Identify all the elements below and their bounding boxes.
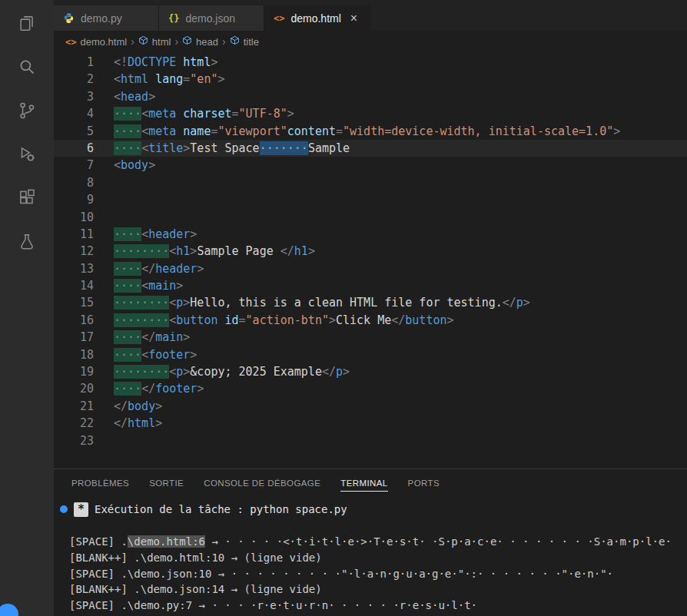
- html-file-icon: <>: [274, 13, 284, 24]
- code-line[interactable]: 19········<p>&copy; 2025 Example</p>: [54, 363, 687, 380]
- code-line[interactable]: 16········<button id="action-btn">Click …: [54, 312, 687, 329]
- terminal-line[interactable]: [SPACE] .\demo.json:10 → · · · · · · · ·…: [60, 566, 687, 582]
- line-number[interactable]: 17: [54, 329, 94, 346]
- code-text: <body>: [114, 157, 155, 174]
- code-line[interactable]: 23: [54, 432, 687, 449]
- line-number[interactable]: 7: [54, 157, 94, 174]
- code-line[interactable]: 9: [54, 191, 687, 208]
- code-text: <html lang="en">: [114, 71, 225, 88]
- close-icon[interactable]: ×: [347, 12, 360, 25]
- files-icon[interactable]: [8, 5, 45, 41]
- search-icon[interactable]: [8, 48, 45, 85]
- command-decoration-icon[interactable]: [60, 505, 68, 513]
- line-number[interactable]: 3: [54, 88, 94, 105]
- panel-tab-sortie[interactable]: SORTIE: [149, 475, 184, 492]
- python-file-icon: [63, 12, 75, 24]
- code-line[interactable]: 18····<footer>: [54, 346, 687, 363]
- breadcrumb-label: title: [244, 36, 259, 48]
- code-text: ····</footer>: [114, 380, 204, 397]
- line-number[interactable]: 11: [54, 226, 94, 243]
- source-control-icon[interactable]: [8, 92, 45, 129]
- tab-label: demo.py: [81, 12, 122, 25]
- line-number[interactable]: 9: [54, 191, 94, 208]
- code-line[interactable]: 17····</main>: [54, 329, 687, 346]
- code-line[interactable]: 15········<p>Hello, this is a clean HTML…: [54, 294, 687, 311]
- code-line[interactable]: 6····<title>Test Space·······Sample: [54, 140, 687, 157]
- line-number[interactable]: 6: [54, 140, 94, 157]
- notification-dot[interactable]: [0, 604, 18, 616]
- breadcrumb: <>demo.html›html›head›title: [54, 31, 687, 52]
- line-number[interactable]: 10: [54, 209, 94, 226]
- terminal[interactable]: * Exécution de la tâche : python space.p…: [54, 497, 687, 616]
- breadcrumb-item-head[interactable]: head: [182, 35, 218, 48]
- line-number[interactable]: 15: [54, 294, 94, 311]
- code-line[interactable]: 2<html lang="en">: [54, 71, 687, 88]
- terminal-selection: \demo.html:6: [128, 535, 205, 548]
- line-number[interactable]: 19: [54, 363, 94, 380]
- extensions-icon[interactable]: [8, 180, 45, 217]
- code-line[interactable]: 10: [54, 209, 687, 226]
- run-debug-icon[interactable]: [8, 136, 45, 173]
- code-text: ····</header>: [114, 260, 204, 277]
- panel-tab-terminal[interactable]: TERMINAL: [340, 475, 387, 492]
- terminal-line[interactable]: [BLANK++] .\demo.html:10 → (ligne vide): [60, 550, 687, 566]
- line-number[interactable]: 2: [54, 71, 94, 88]
- panel-header: PROBLÈMESSORTIECONSOLE DE DÉBOGAGETERMIN…: [54, 469, 687, 497]
- line-number[interactable]: 1: [54, 54, 94, 71]
- line-number[interactable]: 5: [54, 123, 94, 140]
- code-line[interactable]: 3<head>: [54, 88, 687, 105]
- code-text: ····<footer>: [114, 346, 197, 363]
- line-number[interactable]: 22: [54, 415, 94, 432]
- code-line[interactable]: 14····<main>: [54, 277, 687, 294]
- panel-tabs: PROBLÈMESSORTIECONSOLE DE DÉBOGAGETERMIN…: [71, 475, 440, 492]
- code-text: </body>: [114, 398, 162, 415]
- code-line[interactable]: 5····<meta name="viewport"content="width…: [54, 123, 687, 140]
- panel-tab-ports[interactable]: PORTS: [408, 475, 440, 492]
- code-text: <!DOCTYPE html>: [114, 54, 217, 71]
- code-line[interactable]: 11····<header>: [54, 226, 687, 243]
- panel-tab-console-de-débogage[interactable]: CONSOLE DE DÉBOGAGE: [204, 475, 320, 492]
- breadcrumb-item-title[interactable]: title: [230, 35, 259, 48]
- line-number[interactable]: 23: [54, 432, 94, 449]
- task-badge-icon: *: [74, 502, 88, 517]
- breadcrumb-item-html[interactable]: html: [138, 35, 171, 48]
- code-line[interactable]: 12········<h1>Sample Page </h1>: [54, 243, 687, 260]
- panel-tab-problèmes[interactable]: PROBLÈMES: [71, 475, 129, 492]
- line-number[interactable]: 4: [54, 105, 94, 122]
- terminal-line[interactable]: [SPACE] .\demo.py:7 → · · · ·r·e·t·u·r·n…: [60, 598, 687, 614]
- tab-label: demo.json: [185, 12, 235, 25]
- terminal-line[interactable]: [SPACE] .\demo.html:6 → · · · · ·<·t·i·t…: [60, 534, 687, 550]
- line-number[interactable]: 13: [54, 260, 94, 277]
- code-line[interactable]: 21</body>: [54, 398, 687, 415]
- tab-demo.py[interactable]: demo.py: [54, 5, 159, 31]
- terminal-line[interactable]: [BLANK++] .\demo.json:14 → (ligne vide): [60, 581, 687, 598]
- breadcrumb-item-demo.html[interactable]: <>demo.html: [65, 36, 127, 48]
- line-number[interactable]: 16: [54, 312, 94, 329]
- tab-demo.json[interactable]: {}demo.json: [159, 5, 264, 31]
- line-number[interactable]: 8: [54, 174, 94, 191]
- code-line[interactable]: 1<!DOCTYPE html>: [54, 54, 687, 71]
- symbol-icon: [138, 35, 148, 48]
- tab-bar: demo.py{}demo.json<>demo.html×: [54, 0, 687, 31]
- chevron-right-icon: ›: [174, 35, 178, 48]
- code-line[interactable]: 4····<meta charset="UTF-8">: [54, 105, 687, 122]
- editor[interactable]: 1<!DOCTYPE html>2<html lang="en">3<head>…: [54, 52, 687, 469]
- code-line[interactable]: 7<body>: [54, 157, 687, 174]
- line-number[interactable]: 18: [54, 346, 94, 363]
- testing-icon[interactable]: [8, 224, 45, 260]
- tab-demo.html[interactable]: <>demo.html×: [264, 5, 370, 31]
- vscode-window: demo.py{}demo.json<>demo.html× <>demo.ht…: [0, 0, 687, 616]
- code-line[interactable]: 8: [54, 174, 687, 191]
- code-line[interactable]: 13····</header>: [54, 260, 687, 277]
- line-number[interactable]: 20: [54, 380, 94, 397]
- code-text: ····<meta name="viewport"content="width=…: [114, 123, 620, 140]
- code-line[interactable]: 22</html>: [54, 415, 687, 432]
- code-line[interactable]: 20····</footer>: [54, 380, 687, 397]
- line-number[interactable]: 12: [54, 243, 94, 260]
- code-text: ····<header>: [114, 226, 197, 243]
- line-number[interactable]: 14: [54, 277, 94, 294]
- line-number[interactable]: 21: [54, 398, 94, 415]
- code-text: ········<p>Hello, this is a clean HTML f…: [114, 294, 530, 311]
- code-text: ····<meta charset="UTF-8">: [114, 105, 294, 122]
- breadcrumb-label: head: [196, 36, 218, 48]
